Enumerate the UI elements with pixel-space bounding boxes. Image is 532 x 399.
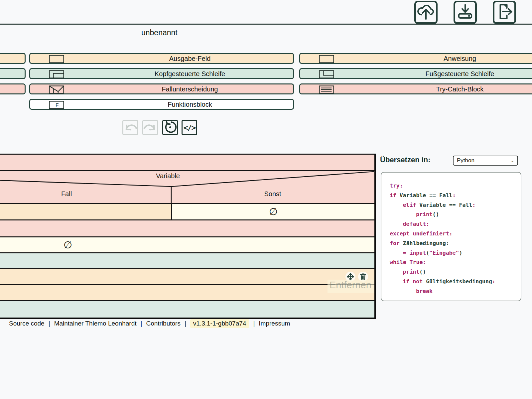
catch-section-row[interactable] <box>0 220 374 237</box>
delete-tooltip: Entfernen <box>328 280 376 293</box>
case-else-cell[interactable]: ∅ <box>172 204 374 219</box>
palette-button-fu-gesteuerte-schleife[interactable]: Fußgesteuerte Schleife <box>299 68 532 79</box>
footer-separator: | <box>140 320 142 327</box>
svg-text:F: F <box>56 102 59 108</box>
code-line: break <box>390 287 517 296</box>
palette-button-ausgabe-feld[interactable]: Ausgabe-Feld <box>29 53 294 64</box>
reset-button[interactable] <box>162 120 178 135</box>
palette-button-anweisung[interactable]: Anweisung <box>299 53 532 64</box>
count-loop-header-row[interactable] <box>0 253 374 269</box>
palette-button-try-catch-block[interactable]: Try-Catch-Block <box>299 83 532 94</box>
footer-item-contributors[interactable]: Contributors <box>146 320 181 327</box>
struktog-app: unbenannt Ausgabe-FeldKopfgesteuerte Sch… <box>0 0 532 399</box>
export-button[interactable] <box>493 1 516 24</box>
undo-icon <box>123 119 138 136</box>
palette-button-label: Funktionsblock <box>168 101 212 108</box>
output-node-row[interactable] <box>0 285 374 301</box>
input-node-row[interactable] <box>0 269 374 285</box>
footer-item-impressum[interactable]: Impressum <box>259 320 290 327</box>
case-diagonal-lines <box>0 171 374 203</box>
language-select-value: Python <box>457 157 510 164</box>
palette-button-fallunterscheidung[interactable]: Fallunterscheidung <box>29 83 294 94</box>
code-line: except undefiniert: <box>390 229 517 239</box>
empty-placeholder: ∅ <box>64 240 72 250</box>
code-line: while True: <box>390 258 517 267</box>
case-header-row[interactable]: Variable Fall Sonst <box>0 171 374 204</box>
code-line: if Variable == Fall: <box>390 191 517 200</box>
palette-button-cutoff[interactable] <box>0 83 26 94</box>
code-line: elif Variable == Fall: <box>390 200 517 210</box>
code-line: try: <box>390 181 517 191</box>
file-export-icon <box>495 2 514 23</box>
palette-button-label: Anweisung <box>444 55 476 63</box>
case-branch-label[interactable]: Fall <box>61 190 72 198</box>
cloud-upload-button[interactable] <box>414 1 438 24</box>
code-line: print() <box>390 210 517 219</box>
cloud-upload-icon <box>416 2 436 23</box>
header-divider <box>0 24 532 25</box>
output-block-icon <box>49 55 65 63</box>
chevron-down-icon: ⌄ <box>510 159 514 163</box>
save-button[interactable] <box>454 1 477 24</box>
redo-icon <box>143 119 158 136</box>
undo-button[interactable] <box>122 120 138 135</box>
footer-item-maintainer-thiemo-leonhardt: Maintainer Thiemo Leonhardt <box>54 320 137 327</box>
download-icon <box>456 2 475 23</box>
palette-button-label: Fußgesteuerte Schleife <box>426 70 494 78</box>
catch-body-row[interactable]: ∅ <box>0 237 374 253</box>
footer-separator: | <box>49 320 50 327</box>
code-line: for Zählbedingung: <box>390 239 517 248</box>
footer-item-source-code[interactable]: Source code <box>9 320 45 327</box>
empty-placeholder: ∅ <box>269 207 278 217</box>
footer-separator: | <box>253 320 255 327</box>
try-section-row[interactable] <box>0 155 374 171</box>
footer-separator: | <box>185 320 186 327</box>
code-line: = input("Eingabe") <box>390 248 517 258</box>
try-catch-icon <box>319 85 334 94</box>
case-block-icon <box>49 85 65 94</box>
code-line: if not Gültigkeitsbedingung: <box>390 277 517 287</box>
foot-loop-footer-row[interactable] <box>0 301 374 318</box>
function-block-icon: F <box>49 101 65 109</box>
palette-button-label: Kopfgesteuerte Schleife <box>155 70 225 78</box>
statement-block-icon <box>319 55 334 63</box>
structogram-canvas: Variable Fall Sonst ∅ ∅ <box>0 154 376 319</box>
palette-button-label: Ausgabe-Feld <box>169 55 211 63</box>
palette-button-label: Try-Catch-Block <box>436 85 484 93</box>
code-toggle-button[interactable]: </> <box>182 120 197 135</box>
palette-button-label: Fallunterscheidung <box>162 85 218 93</box>
footer: Source code|Maintainer Thiemo Leonhardt|… <box>9 319 290 328</box>
code-line: default: <box>390 219 517 229</box>
translate-label: Übersetzen in: <box>380 156 431 164</box>
case-branch-cell[interactable] <box>0 204 172 219</box>
language-select[interactable]: Python ⌄ <box>453 156 518 166</box>
case-variable-field[interactable]: Variable <box>156 172 180 180</box>
palette-button-kopfgesteuerte-schleife[interactable]: Kopfgesteuerte Schleife <box>29 68 294 79</box>
palette-button-funktionsblock[interactable]: FFunktionsblock <box>29 99 294 110</box>
reset-icon <box>164 120 177 135</box>
generated-code-panel: try:if Variable == Fall:elif Variable ==… <box>381 172 521 301</box>
project-title[interactable]: unbenannt <box>141 28 178 37</box>
redo-button[interactable] <box>142 120 158 135</box>
case-else-label: Sonst <box>264 190 281 198</box>
head-loop-icon <box>49 70 65 78</box>
foot-loop-icon <box>319 70 334 78</box>
case-body-row: ∅ <box>0 204 374 220</box>
footer-item-v1-3-1-1-gbb07a74[interactable]: v1.3.1-1-gbb07a74 <box>190 319 249 328</box>
code-line: print() <box>390 267 517 277</box>
code-icon: </> <box>184 123 196 132</box>
palette-button-cutoff[interactable] <box>0 53 26 64</box>
palette-button-cutoff[interactable] <box>0 68 26 79</box>
